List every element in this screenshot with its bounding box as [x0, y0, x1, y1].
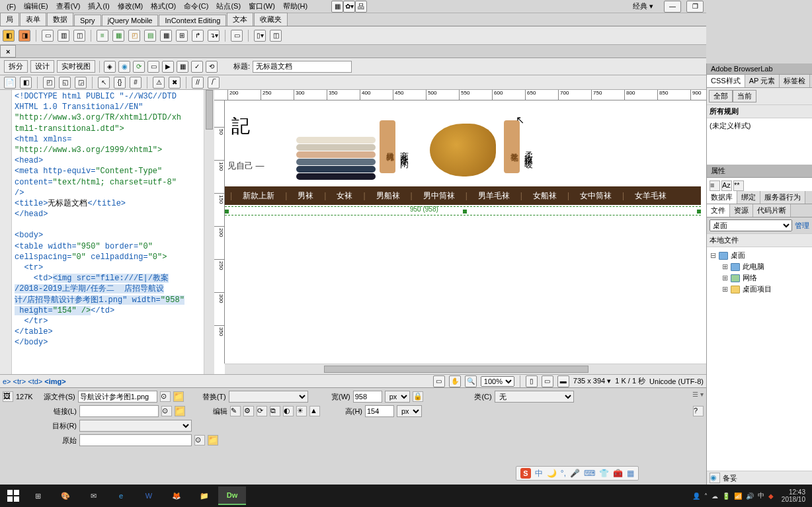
files-tab[interactable]: 文件 [707, 204, 730, 217]
panel-options-icon[interactable]: ☰ ▾ [692, 391, 704, 398]
brightness-icon[interactable]: ☀ [296, 406, 307, 416]
balance-braces-icon[interactable]: {} [114, 77, 126, 89]
apply-comment-icon[interactable]: // [192, 77, 204, 89]
extension-icon[interactable]: ✿▾ [343, 1, 355, 13]
height-input[interactable] [365, 405, 394, 417]
menu-site[interactable]: 站点(S) [212, 1, 245, 11]
document-tab[interactable]: × [0, 45, 16, 58]
design-scrollbar-horizontal[interactable] [225, 364, 706, 374]
insert-iframe-icon[interactable]: ▭ [231, 30, 243, 42]
live-code-icon[interactable]: ◈ [104, 61, 116, 73]
site-icon[interactable]: 品 [355, 1, 367, 13]
insert-frame-left-icon[interactable]: ◫ [270, 30, 282, 42]
site-select[interactable]: 桌面 [710, 219, 792, 231]
manage-sites-link[interactable]: 管理 [795, 221, 809, 231]
taskbar-app-word[interactable]: W [135, 487, 163, 505]
zoom-tool-icon[interactable]: 🔍 [465, 375, 477, 387]
alt-select[interactable] [229, 391, 308, 403]
select-tool-icon[interactable]: ▭ [433, 375, 445, 387]
point-to-file-icon[interactable]: ⊙ [160, 391, 171, 402]
browse-folder-icon[interactable]: 📁 [173, 391, 184, 402]
view-live-button[interactable]: 实时视图 [57, 60, 95, 73]
insert-spry-tab-icon[interactable]: ▦ [112, 30, 124, 42]
edit-image-icon[interactable]: ✎ [230, 406, 241, 416]
file-mgmt-icon[interactable]: ▦ [177, 61, 188, 73]
class-select[interactable]: 无 [495, 391, 574, 403]
ap-elements-tab[interactable]: AP 元素 [745, 75, 780, 87]
select-parent-icon[interactable]: ↖ [98, 77, 110, 89]
browser-nav-icon[interactable]: ⟳ [133, 61, 145, 73]
zoom-select[interactable]: 100% [481, 376, 514, 387]
start-button[interactable] [3, 487, 24, 505]
databases-tab[interactable]: 数据库 [707, 191, 737, 204]
ime-mode[interactable]: 中 [535, 468, 543, 479]
taskbar-app-edge[interactable]: e [107, 487, 135, 505]
restore-button[interactable]: ❐ [686, 1, 704, 13]
insert-standard-icon[interactable]: ◧ [3, 30, 15, 42]
window-size[interactable]: 735 x 394 ▾ [573, 377, 611, 385]
insert-tab-spry[interactable]: Spry [74, 15, 101, 26]
design-view[interactable]: 2002503003504004505005506006507007508008… [214, 90, 706, 374]
show-set-icon[interactable]: ** [733, 180, 744, 191]
files-tree[interactable]: ⊟桌面 ⊞此电脑 ⊞网络 ⊞桌面项目 [707, 247, 812, 471]
task-view-icon[interactable]: ⊞ [24, 487, 52, 505]
show-list-icon[interactable]: Az [721, 180, 732, 191]
syntax-error-icon[interactable]: ✖ [169, 77, 181, 89]
css-all-button[interactable]: 全部 [709, 90, 733, 102]
taskbar-app-mail[interactable]: ✉ [79, 487, 107, 505]
insert-tab-forms[interactable]: 表单 [20, 13, 46, 26]
sharpen-icon[interactable]: ▲ [309, 406, 320, 416]
inspect-icon[interactable]: ◉ [118, 61, 130, 73]
attributes-panel-title[interactable]: 属性 [707, 165, 812, 178]
menu-edit[interactable]: 编辑(E) [20, 1, 52, 11]
browserlab-panel-title[interactable]: Adobe BrowserLab [707, 63, 812, 75]
insert-tab-favorites[interactable]: 收藏夹 [254, 13, 288, 26]
collapse-selection-icon[interactable]: ◱ [59, 77, 71, 89]
banner-image[interactable]: 記 见自己 — 纯棉男袜 商务休闲 羊毛女袜 柔软保暖 [225, 100, 701, 186]
css-styles-tab[interactable]: CSS样式 [707, 75, 745, 87]
tray-sogou-icon[interactable]: ◆ [768, 492, 774, 500]
snippets-tab[interactable]: 代码片断 [753, 204, 791, 217]
insert-div-icon[interactable]: ▭ [42, 30, 54, 42]
orig-input[interactable] [79, 434, 192, 446]
bindings-tab[interactable]: 绑定 [737, 191, 760, 204]
title-input[interactable] [253, 61, 352, 73]
browse-folder-icon[interactable]: 📁 [175, 406, 185, 416]
menu-view[interactable]: 查看(V) [52, 1, 85, 11]
width-input[interactable] [353, 391, 382, 403]
open-doc-icon[interactable]: 📄 [4, 77, 16, 89]
css-current-button[interactable]: 当前 [733, 90, 756, 102]
lock-aspect-icon[interactable]: 🔒 [413, 391, 423, 402]
taskbar-app-paint[interactable]: 🎨 [52, 487, 79, 505]
ime-menu-icon[interactable]: ▦ [627, 469, 634, 478]
minimize-button[interactable]: — [664, 1, 681, 13]
tablet-size-icon[interactable]: ▭ [542, 375, 553, 387]
menu-insert[interactable]: 插入(I) [84, 1, 113, 11]
width-unit-select[interactable]: px [385, 391, 410, 403]
src-input[interactable] [78, 391, 157, 403]
browse-folder-icon[interactable]: 📁 [208, 435, 218, 446]
insert-spry-accordion-icon[interactable]: ◰ [128, 30, 140, 42]
remove-comment-icon[interactable]: /‾ [208, 77, 220, 89]
crop-icon[interactable]: ⧉ [270, 406, 280, 416]
sogou-logo-icon[interactable]: S [520, 468, 531, 479]
taskbar-app-dreamweaver[interactable]: Dw [218, 487, 246, 505]
multiscreen-icon[interactable]: ▭ [147, 61, 159, 73]
insert-frames-icon[interactable]: ▯▾ [254, 30, 266, 42]
code-view[interactable]: <!DOCTYPE html PUBLIC "-//W3C//DTD XHTML… [12, 90, 204, 374]
ime-moon-icon[interactable]: 🌙 [547, 469, 557, 478]
taskbar-app-firefox[interactable]: 🦊 [163, 487, 190, 505]
help-icon[interactable]: ? [693, 406, 704, 416]
tray-people-icon[interactable]: 👤 [692, 492, 700, 500]
validate-icon[interactable]: ✓ [191, 61, 203, 73]
menu-window[interactable]: 窗口(W) [245, 1, 279, 11]
code-scrollbar[interactable] [204, 90, 214, 374]
tray-ime-icon[interactable]: 中 [758, 491, 764, 500]
line-numbers-icon[interactable]: # [130, 77, 142, 89]
insert-tab-text[interactable]: 文本 [227, 13, 253, 26]
height-unit-select[interactable]: px [397, 405, 422, 417]
insert-fluid-icon[interactable]: ▥ [58, 30, 69, 42]
tray-volume-icon[interactable]: 🔊 [746, 492, 754, 500]
menu-help[interactable]: 帮助(H) [279, 1, 311, 11]
taskbar-app-explorer[interactable]: 📁 [190, 487, 218, 505]
